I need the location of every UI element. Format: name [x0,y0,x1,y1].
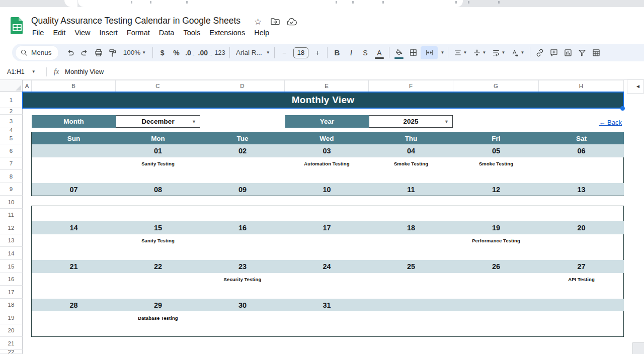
calendar-event-cell[interactable]: Security Testing [200,273,285,286]
calendar-date-cell[interactable]: 07 [32,183,116,196]
column-header-B[interactable]: B [32,80,116,92]
row-header-22[interactable]: 22 [0,350,23,354]
back-link[interactable]: ← Back [574,119,622,126]
calendar-event-cell[interactable] [32,311,116,324]
calendar-date-cell[interactable]: 15 [116,221,200,234]
row-header-18[interactable]: 18 [0,299,23,311]
formula-input[interactable]: Monthly View [65,68,104,75]
calendar-date-cell[interactable]: 04 [369,144,453,157]
menu-data[interactable]: Data [154,28,179,38]
calendar-event-cell[interactable] [369,234,453,247]
calendar-event-cell[interactable] [539,311,624,324]
row-header-16[interactable]: 16 [0,273,23,286]
fill-color-button[interactable] [392,46,406,59]
format-percent-button[interactable]: % [170,46,183,59]
calendar-date-cell[interactable]: 10 [285,183,369,196]
table-views-button[interactable] [590,46,603,59]
column-header-D[interactable]: D [200,80,285,92]
row-header-11[interactable]: 11 [0,209,23,221]
row-header-13[interactable]: 13 [0,234,23,247]
calendar-event-cell[interactable]: Smoke Testing [453,157,539,170]
calendar-date-cell[interactable]: 26 [453,260,539,273]
row-header-3[interactable]: 3 [0,115,23,128]
calendar-date-cell[interactable]: 22 [116,260,200,273]
star-icon[interactable]: ☆ [254,17,262,27]
merge-cells-dropdown[interactable]: ▼ [439,46,445,59]
partial-next-column-header[interactable]: ◄ [627,79,644,94]
row-header-20[interactable]: 20 [0,324,23,337]
text-rotation-button[interactable]: ▼ [509,46,527,59]
row-header-21[interactable]: 21 [0,337,23,350]
redo-button[interactable] [78,46,91,59]
calendar-event-cell[interactable]: Database Testing [116,311,200,324]
font-size-input[interactable]: 18 [293,47,308,58]
calendar-date-cell[interactable] [539,299,624,311]
year-label-cell[interactable]: Year [285,115,369,128]
format-currency-button[interactable]: $ [156,46,169,59]
calendar-event-cell[interactable] [285,311,369,324]
month-label-cell[interactable]: Month [32,115,116,128]
calendar-event-cell[interactable] [285,234,369,247]
calendar-date-cell[interactable]: 30 [200,299,285,311]
google-sheets-logo-icon[interactable] [10,17,24,35]
menu-extensions[interactable]: Extensions [205,28,250,38]
cloud-saved-icon[interactable] [286,18,297,26]
calendar-date-cell[interactable]: 08 [116,183,200,196]
calendar-date-cell[interactable] [32,144,116,157]
row-header-5[interactable]: 5 [0,132,23,144]
insert-comment-button[interactable] [547,46,560,59]
column-header-E[interactable]: E [285,80,369,92]
italic-button[interactable]: I [345,46,358,59]
calendar-date-cell[interactable]: 06 [539,144,624,157]
calendar-event-cell[interactable] [369,273,453,286]
fill-handle[interactable] [620,106,625,111]
calendar-date-cell[interactable]: 20 [539,221,624,234]
calendar-date-cell[interactable]: 28 [32,299,116,311]
calendar-event-cell[interactable]: Automation Testing [285,157,369,170]
menu-insert[interactable]: Insert [95,28,122,38]
calendar-event-cell[interactable] [200,311,285,324]
more-formats-button[interactable]: 123 [213,46,226,59]
calendar-date-cell[interactable]: 11 [369,183,453,196]
calendar-event-cell[interactable] [116,273,200,286]
calendar-event-cell[interactable] [32,273,116,286]
strikethrough-button[interactable]: S [359,46,372,59]
row-header-4[interactable]: 4 [0,128,23,132]
insert-link-button[interactable] [533,46,546,59]
row-header-9[interactable]: 9 [0,183,23,196]
menu-help[interactable]: Help [250,28,274,38]
menu-file[interactable]: File [28,28,48,38]
row-header-15[interactable]: 15 [0,260,23,273]
select-all-corner[interactable] [0,80,23,92]
decrease-decimal-button[interactable]: .0← [184,46,197,59]
calendar-date-cell[interactable]: 17 [285,221,369,234]
calendar-date-cell[interactable]: 05 [453,144,539,157]
menu-tools[interactable]: Tools [179,28,205,38]
increase-decimal-button[interactable]: .00→ [198,46,212,59]
calendar-date-cell[interactable]: 18 [369,221,453,234]
calendar-event-cell[interactable]: Performance Testing [453,234,539,247]
column-header-A[interactable]: A [23,80,32,92]
merge-cells-button[interactable] [421,46,438,59]
column-header-F[interactable]: F [369,80,453,92]
calendar-date-cell[interactable]: 24 [285,260,369,273]
calendar-event-cell[interactable] [369,311,453,324]
bold-button[interactable]: B [331,46,344,59]
calendar-event-cell[interactable] [539,157,624,170]
column-header-C[interactable]: C [116,80,200,92]
calendar-event-cell[interactable] [32,234,116,247]
calendar-date-cell[interactable] [369,299,453,311]
row-header-10[interactable]: 10 [0,196,23,209]
day-header-cell[interactable]: Mon [116,132,200,144]
text-wrap-button[interactable]: ▼ [490,46,508,59]
calendar-event-cell[interactable]: Sanity Testing [116,234,200,247]
print-button[interactable] [92,46,105,59]
horizontal-align-button[interactable]: ▼ [451,46,469,59]
calendar-date-cell[interactable]: 21 [32,260,116,273]
name-box[interactable]: A1:H1▼ [0,68,42,75]
row-header-7[interactable]: 7 [0,157,23,170]
calendar-date-cell[interactable]: 03 [285,144,369,157]
calendar-date-cell[interactable]: 13 [539,183,624,196]
day-header-cell[interactable]: Sat [539,132,624,144]
menu-view[interactable]: View [70,28,95,38]
